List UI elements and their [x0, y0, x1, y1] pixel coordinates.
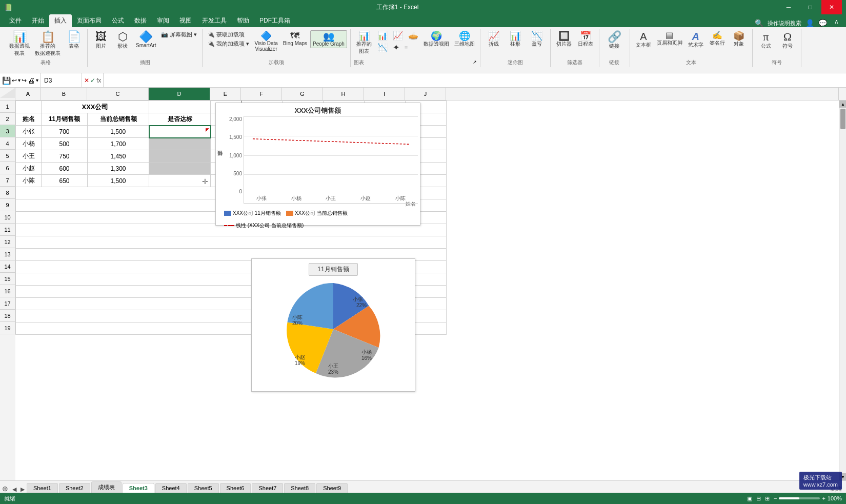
- cell-B6[interactable]: 600: [42, 163, 88, 175]
- cell-C3[interactable]: 1,500: [88, 126, 149, 138]
- sheet-tab-sheet2[interactable]: Sheet2: [59, 483, 90, 493]
- pie-chart-container[interactable]: 11月销售额: [251, 258, 415, 392]
- cell-C6[interactable]: 1,300: [88, 163, 149, 175]
- tab-dev[interactable]: 开发工具: [197, 14, 232, 27]
- recommended-charts-btn[interactable]: 📊 推荐的图表: [354, 30, 374, 56]
- col-header-B[interactable]: B: [41, 88, 87, 100]
- bar-chart-container[interactable]: XXX公司销售额 销售额 2,000 1,500 1,000 500 0: [215, 103, 420, 226]
- header-footer-btn[interactable]: ▤ 页眉和页脚: [655, 30, 684, 48]
- sheet-tab-sheet7[interactable]: Sheet7: [252, 483, 283, 493]
- row-header-9[interactable]: 9: [0, 199, 15, 211]
- cell-A1[interactable]: [16, 101, 42, 113]
- col-header-E[interactable]: E: [210, 88, 241, 100]
- cell-C7[interactable]: 1,500: [88, 175, 149, 187]
- collapse-ribbon-btn[interactable]: ∧: [831, 16, 842, 27]
- shapes-btn[interactable]: ⬡ 形状: [112, 30, 133, 51]
- get-addins-btn[interactable]: 🔌 获取加载项: [206, 30, 251, 39]
- zoom-out-btn[interactable]: −: [774, 495, 777, 501]
- view-normal-icon[interactable]: ▣: [747, 495, 752, 502]
- formula-symbol-btn[interactable]: π 公式: [756, 30, 776, 51]
- sparkline-line-btn[interactable]: 📈 折线: [484, 30, 504, 49]
- sheet-tab-sheet6[interactable]: Sheet6: [220, 483, 251, 493]
- visio-btn[interactable]: 🔷 Visio DataVisualizer: [252, 30, 279, 53]
- search-icon[interactable]: 🔍: [755, 19, 763, 27]
- tab-scroll-left[interactable]: ◀: [10, 486, 18, 493]
- tab-scroll-right[interactable]: ▶: [18, 486, 27, 493]
- data-map-btn[interactable]: 🌍 数据透视图: [421, 30, 451, 49]
- sheet-tab-chengji[interactable]: 成绩表: [91, 481, 122, 493]
- confirm-formula-btn[interactable]: ✓: [90, 77, 95, 84]
- cell-D7[interactable]: ✛: [149, 175, 211, 187]
- row-header-18[interactable]: 18: [0, 310, 15, 322]
- 3d-map-btn[interactable]: 🌐 三维地图: [452, 30, 477, 49]
- row-header-11[interactable]: 11: [0, 224, 15, 236]
- scrollbar-thumb[interactable]: [840, 109, 845, 129]
- sheet-tab-sheet4[interactable]: Sheet4: [155, 483, 187, 493]
- cell-A2[interactable]: 姓名: [16, 113, 42, 126]
- tab-insert[interactable]: 插入: [49, 14, 72, 27]
- cell-A6[interactable]: 小赵: [16, 163, 42, 175]
- tab-view[interactable]: 视图: [174, 14, 197, 27]
- pie-chart-btn[interactable]: 🥧: [406, 30, 420, 41]
- view-page-icon[interactable]: ⊟: [756, 495, 761, 502]
- cell-A3[interactable]: 小张: [16, 126, 42, 138]
- timeline-btn[interactable]: 📅 日程表: [575, 30, 596, 49]
- recommend-pivot-btn[interactable]: 📋 推荐的数据透视表: [33, 30, 63, 58]
- wordart-btn[interactable]: A 艺术字: [686, 30, 706, 50]
- cell-D3[interactable]: ◤: [149, 126, 211, 138]
- view-break-icon[interactable]: ⊞: [765, 495, 770, 502]
- row-header-15[interactable]: 15: [0, 273, 15, 285]
- row-header-13[interactable]: 13: [0, 248, 15, 260]
- minimize-btn[interactable]: ─: [778, 0, 799, 14]
- more-charts-btn[interactable]: ≡: [402, 42, 410, 53]
- cell-B3[interactable]: 700: [42, 126, 88, 138]
- chat-icon[interactable]: 💬: [818, 19, 827, 27]
- zoom-in-btn[interactable]: +: [822, 495, 825, 501]
- col-header-D[interactable]: D: [149, 88, 210, 100]
- undo-btn[interactable]: ↩: [12, 77, 17, 84]
- bar-chart-btn[interactable]: 📊: [375, 30, 390, 41]
- tab-data[interactable]: 数据: [129, 14, 152, 27]
- close-btn[interactable]: ✕: [821, 0, 842, 14]
- cell-A5[interactable]: 小王: [16, 150, 42, 163]
- sheet-tab-sheet5[interactable]: Sheet5: [188, 483, 219, 493]
- cell-D1[interactable]: [149, 101, 211, 113]
- object-btn[interactable]: 📦 对象: [729, 30, 749, 49]
- picture-btn[interactable]: 🖼 图片: [91, 30, 111, 51]
- line-chart-btn[interactable]: 📈: [391, 30, 405, 41]
- scrollbar-up-btn[interactable]: ▲: [839, 100, 846, 108]
- screenshot-btn[interactable]: 📷 屏幕截图 ▾: [159, 30, 199, 39]
- insert-function-btn[interactable]: fx: [96, 77, 101, 84]
- col-header-F[interactable]: F: [241, 88, 282, 100]
- col-header-A[interactable]: A: [15, 88, 41, 100]
- scatter-chart-btn[interactable]: ✦: [391, 42, 401, 53]
- sheet-tab-sheet3[interactable]: Sheet3: [123, 483, 154, 493]
- cell-B7[interactable]: 650: [42, 175, 88, 187]
- print-btn[interactable]: 🖨: [28, 76, 35, 85]
- row-header-6[interactable]: 6: [0, 162, 15, 174]
- cell-A4[interactable]: 小杨: [16, 138, 42, 150]
- save-qa-btn[interactable]: 💾: [2, 76, 11, 85]
- charts-expand-btn[interactable]: ↗: [473, 59, 477, 65]
- tab-pdf[interactable]: PDF工具箱: [254, 14, 295, 27]
- table-btn[interactable]: 📄 表格: [64, 30, 84, 51]
- row-header-19[interactable]: 19: [0, 322, 15, 334]
- textbox-btn[interactable]: A 文本框: [633, 30, 654, 50]
- sparkline-bar-btn[interactable]: 📊 柱形: [505, 30, 526, 49]
- bing-maps-btn[interactable]: 🗺 Bing Maps: [281, 30, 309, 47]
- zoom-slider-track[interactable]: [779, 497, 820, 499]
- row-header-2[interactable]: 2: [0, 113, 15, 125]
- row-header-1[interactable]: 1: [0, 100, 15, 113]
- smartart-btn[interactable]: 🔷 SmartArt: [134, 30, 158, 49]
- row-header-3[interactable]: 3: [0, 125, 15, 137]
- tab-formula[interactable]: 公式: [107, 14, 129, 27]
- cell-B1[interactable]: XXX公司: [42, 101, 149, 113]
- sheet-tab-sheet9[interactable]: Sheet9: [316, 483, 348, 493]
- row-header-14[interactable]: 14: [0, 260, 15, 273]
- cell-D4[interactable]: [149, 138, 211, 150]
- signature-btn[interactable]: ✍ 签名行: [707, 30, 728, 48]
- col-header-J[interactable]: J: [405, 88, 446, 100]
- row-header-7[interactable]: 7: [0, 174, 15, 187]
- row-header-10[interactable]: 10: [0, 211, 15, 224]
- cell-A7[interactable]: 小陈: [16, 175, 42, 187]
